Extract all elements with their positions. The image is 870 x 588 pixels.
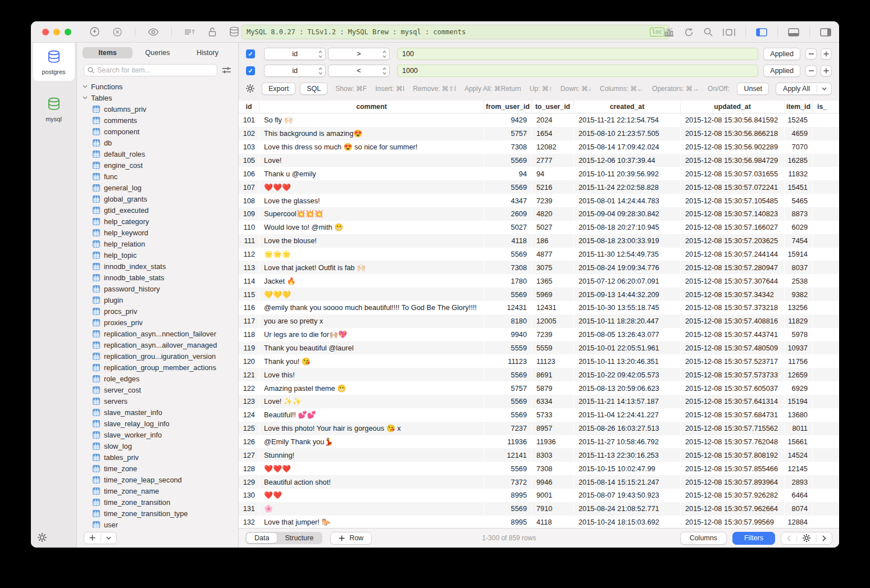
table-row[interactable]: 113Love that jacket! Outfit is fab 🙌🏻730… bbox=[239, 261, 839, 274]
sidebar-table-servers[interactable]: servers bbox=[93, 395, 238, 407]
cell-to-user-id[interactable]: 12431 bbox=[532, 301, 574, 314]
sidebar-table-proxies_priv[interactable]: proxies_priv bbox=[93, 317, 238, 328]
cell-is[interactable] bbox=[813, 502, 839, 516]
cell-updated-at[interactable]: 2015-12-08 15:30:56.902289 bbox=[681, 140, 785, 154]
cell-from-user-id[interactable]: 4347 bbox=[484, 194, 532, 207]
sidebar-table-time_zone_transition_type[interactable]: time_zone_transition_type bbox=[93, 508, 238, 519]
cell-from-user-id[interactable]: 8180 bbox=[484, 314, 532, 328]
cell-item-id[interactable]: 14524 bbox=[785, 448, 813, 462]
cell-is[interactable] bbox=[813, 127, 839, 140]
cell-is[interactable] bbox=[813, 489, 839, 502]
cell-is[interactable] bbox=[813, 368, 839, 381]
chevron-down-icon[interactable] bbox=[817, 87, 831, 90]
cell-updated-at[interactable]: 2015-12-08 15:30:57.480509 bbox=[681, 341, 785, 355]
sql-preview-button[interactable]: SQL bbox=[300, 83, 327, 95]
cell-updated-at[interactable]: 2015-12-08 15:30:57.280947 bbox=[681, 261, 785, 274]
cell-to-user-id[interactable]: 5879 bbox=[532, 381, 574, 395]
add-filter-button[interactable] bbox=[821, 48, 832, 60]
chart-icon[interactable] bbox=[664, 28, 674, 37]
cell-created-at[interactable]: 2015-10-01 22:05:51.961 bbox=[574, 341, 681, 355]
cell-created-at[interactable]: 2015-08-18 23:00:33.919 bbox=[574, 234, 681, 248]
cell-from-user-id[interactable]: 1780 bbox=[484, 274, 532, 288]
sidebar-table-func[interactable]: func bbox=[93, 171, 238, 182]
cell-updated-at[interactable]: 2015-12-08 15:30:57.443741 bbox=[681, 328, 785, 341]
sidebar-table-user[interactable]: user bbox=[93, 519, 238, 528]
cell-from-user-id[interactable]: 5569 bbox=[484, 462, 532, 475]
cell-id[interactable]: 103 bbox=[239, 140, 259, 154]
table-row[interactable]: 102This background is amazing😍5757165420… bbox=[239, 127, 839, 140]
cell-from-user-id[interactable]: 5559 bbox=[484, 341, 532, 355]
table-row[interactable]: 109Supercool💥💥💥260948202015-09-04 09:28:… bbox=[239, 207, 839, 221]
cell-id[interactable]: 124 bbox=[239, 408, 259, 422]
cell-is[interactable] bbox=[813, 354, 839, 368]
cell-id[interactable]: 105 bbox=[239, 154, 259, 167]
cell-from-user-id[interactable]: 12141 bbox=[484, 448, 532, 462]
table-row[interactable]: 103Love this dress so much 😍 so nice for… bbox=[239, 140, 839, 154]
add-item-button[interactable] bbox=[84, 532, 117, 544]
cell-to-user-id[interactable]: 8691 bbox=[532, 368, 574, 381]
cell-id[interactable]: 110 bbox=[239, 221, 259, 234]
cell-is[interactable] bbox=[813, 140, 839, 154]
cell-is[interactable] bbox=[813, 408, 839, 422]
sidebar-table-comments[interactable]: comments bbox=[93, 115, 238, 126]
sidebar-table-help_topic[interactable]: help_topic bbox=[93, 249, 238, 261]
chevron-right-icon[interactable] bbox=[817, 532, 832, 544]
cell-is[interactable] bbox=[813, 180, 839, 194]
minimize-window-button[interactable] bbox=[53, 29, 60, 35]
filter-applied-button[interactable]: Applied bbox=[763, 65, 800, 77]
cell-id[interactable]: 120 bbox=[239, 354, 259, 368]
sidebar-table-replication_asynailover_managed[interactable]: replication_asyn...ailover_managed bbox=[93, 339, 238, 350]
cell-id[interactable]: 131 bbox=[239, 502, 259, 516]
cell-from-user-id[interactable]: 5569 bbox=[484, 248, 532, 261]
cell-to-user-id[interactable]: 5559 bbox=[532, 341, 574, 355]
tree-section-tables[interactable]: Tables bbox=[77, 92, 238, 103]
cell-is[interactable] bbox=[813, 301, 839, 314]
cell-is[interactable] bbox=[813, 381, 839, 395]
cell-item-id[interactable]: 8037 bbox=[785, 261, 813, 274]
toggle-right-panel-icon[interactable] bbox=[820, 28, 831, 37]
cell-id[interactable]: 121 bbox=[239, 368, 259, 381]
cell-id[interactable]: 115 bbox=[239, 288, 259, 301]
sidebar-table-time_zone_leap_second[interactable]: time_zone_leap_second bbox=[93, 474, 238, 485]
column-header-to-user-id[interactable]: to_user_id bbox=[532, 101, 574, 113]
sidebar-table-innodb_index_stats[interactable]: innodb_index_stats bbox=[93, 261, 238, 272]
table-row[interactable]: 101So fly 🙌🏻942920242015-11-21 22:12:54.… bbox=[239, 113, 839, 127]
cell-item-id[interactable]: 15245 bbox=[785, 113, 813, 127]
sidebar-table-plugin[interactable]: plugin bbox=[93, 294, 238, 306]
fit-columns-icon[interactable] bbox=[723, 28, 735, 37]
cell-to-user-id[interactable]: 5733 bbox=[532, 408, 574, 422]
cell-id[interactable]: 113 bbox=[239, 261, 259, 274]
export-button[interactable]: Export bbox=[262, 83, 295, 95]
cell-updated-at[interactable]: 2015-12-08 15:30:57.715562 bbox=[681, 422, 785, 435]
cell-is[interactable] bbox=[813, 314, 839, 328]
cell-comment[interactable]: Thank u @emily bbox=[259, 167, 484, 180]
cell-to-user-id[interactable]: 11123 bbox=[532, 354, 574, 368]
tab-history[interactable]: History bbox=[183, 47, 233, 58]
cell-from-user-id[interactable]: 7237 bbox=[484, 422, 532, 435]
cell-from-user-id[interactable]: 5569 bbox=[484, 154, 532, 167]
table-row[interactable]: 130❤️❤️899590012015-08-07 19:43:50.92320… bbox=[239, 489, 839, 502]
cell-id[interactable]: 116 bbox=[239, 301, 259, 314]
cell-id[interactable]: 101 bbox=[239, 113, 259, 127]
cell-item-id[interactable]: 4659 bbox=[785, 127, 813, 140]
cell-updated-at[interactable]: 2015-12-08 15:30:57.105485 bbox=[681, 194, 785, 207]
cell-item-id[interactable]: 5465 bbox=[785, 194, 813, 207]
cell-from-user-id[interactable]: 7308 bbox=[484, 140, 532, 154]
cell-id[interactable]: 106 bbox=[239, 167, 259, 180]
cell-is[interactable] bbox=[813, 113, 839, 127]
cell-item-id[interactable]: 8074 bbox=[785, 502, 813, 516]
sidebar-table-slow_log[interactable]: slow_log bbox=[93, 440, 238, 452]
cell-from-user-id[interactable]: 4118 bbox=[484, 234, 532, 248]
cell-from-user-id[interactable]: 12431 bbox=[484, 301, 532, 314]
table-row[interactable]: 115💛💛💛556959692015-09-13 14:44:32.209201… bbox=[239, 288, 839, 301]
cell-from-user-id[interactable]: 94 bbox=[484, 167, 532, 180]
sidebar-table-help_category[interactable]: help_category bbox=[93, 216, 238, 227]
cell-to-user-id[interactable]: 94 bbox=[532, 167, 574, 180]
cell-to-user-id[interactable]: 7239 bbox=[532, 194, 574, 207]
plus-icon[interactable] bbox=[84, 532, 101, 544]
cell-from-user-id[interactable]: 11936 bbox=[484, 435, 532, 449]
cell-created-at[interactable]: 2015-09-04 09:28:30.842 bbox=[574, 207, 681, 221]
cell-comment[interactable]: @Emily Thank you💃 bbox=[259, 435, 484, 449]
cell-is[interactable] bbox=[813, 154, 839, 167]
table-row[interactable]: 116@emily thank you soooo much beautiful… bbox=[239, 301, 839, 314]
